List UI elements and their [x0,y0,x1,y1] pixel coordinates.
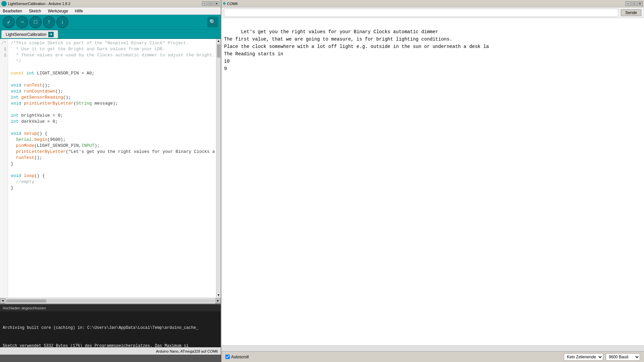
board-status: Arduino Nano, ATmega328 auf COM6 [156,349,218,353]
vertical-scrollbar[interactable]: ▲ ▼ [216,39,221,298]
arduino-icon [1,1,7,6]
open-button[interactable]: ↑ [43,16,55,28]
verify-button[interactable]: ✓ [3,16,15,28]
hscroll-right-button[interactable]: ► [215,298,221,304]
save-button[interactable]: ↓ [56,16,68,28]
console-content: Archiving built core (caching) in: C:\Us… [0,311,221,347]
menu-bar: Bearbeiten Sketch Werkzeuge Hilfe [0,7,221,15]
arduino-title: LightSensorCalibration - Arduino 1.8.2 [8,2,70,6]
autoscroll-checkbox[interactable] [225,355,230,359]
serial-status-bar: Autoscroll Kein ZeilenendeZeilenumbruchC… [221,351,644,362]
horizontal-scrollbar[interactable]: ◄ ► [0,298,221,304]
arduino-ide-panel: LightSensorCalibration - Arduino 1.8.2 −… [0,0,221,355]
menu-bearbeiten[interactable]: Bearbeiten [1,8,23,14]
upload-button[interactable]: → [16,16,28,28]
toolbar: ✓ → □ ↑ ↓ 🔍 [0,15,221,29]
arduino-window-controls: − □ ✕ [202,1,219,6]
serial-title-left: ⊕ COM6 [223,1,238,6]
main-layout: LightSensorCalibration - Arduino 1.8.2 −… [0,0,644,362]
serial-maximize-button[interactable]: □ [631,1,637,6]
serial-output: Let's get you the right values for your … [221,18,644,345]
tab-bar: LightSensorCalibration ▼ [0,29,221,39]
console-area: Hochladen abgeschlossen Archiving built … [0,304,221,347]
maximize-button[interactable]: □ [208,1,213,6]
arduino-title-left: LightSensorCalibration - Arduino 1.8.2 [1,1,70,6]
baud-rate-select[interactable]: 9600 Baud19200 Baud38400 Baud57600 Baud1… [606,353,640,361]
serial-icon: ⊕ [223,1,226,6]
code-editor[interactable]: /* § [0,39,221,298]
tab-label: LightSensorCalibration [6,32,46,37]
hscroll-track[interactable] [6,299,215,303]
arduino-titlebar: LightSensorCalibration - Arduino 1.8.2 −… [0,0,221,7]
menu-werkzeuge[interactable]: Werkzeuge [47,8,69,14]
console-header: Hochladen abgeschlossen [0,305,221,311]
serial-bottom-scrollbar[interactable] [221,345,644,351]
new-button[interactable]: □ [30,16,42,28]
console-status: Hochladen abgeschlossen [3,306,46,310]
serial-close-button[interactable]: ✕ [637,1,643,6]
console-line-2: Sketch verwendet 5332 Bytes (17%) des Pr… [3,343,218,347]
close-button[interactable]: ✕ [214,1,219,6]
serial-title: COM6 [227,2,238,6]
serial-monitor-panel: ⊕ COM6 − □ ✕ Sende Let's get you the rig… [221,0,644,362]
console-line-1: Archiving built core (caching) in: C:\Us… [3,325,218,331]
menu-sketch[interactable]: Sketch [28,8,43,14]
line-ending-select[interactable]: Kein ZeilenendeZeilenumbruchCarriage Ret… [564,353,603,361]
serial-window-controls: − □ ✕ [625,1,643,6]
status-bar: Arduino Nano, ATmega328 auf COM6 [0,347,221,355]
send-button[interactable]: Sende [621,9,641,16]
serial-input-field[interactable] [224,9,618,17]
tab-lightsensorcalibration[interactable]: LightSensorCalibration ▼ [1,30,58,38]
serial-titlebar: ⊕ COM6 − □ ✕ [221,0,644,7]
autoscroll-label[interactable]: Autoscroll [231,355,249,359]
scroll-thumb[interactable] [217,44,220,58]
hscroll-left-button[interactable]: ◄ [0,298,5,304]
serial-minimize-button[interactable]: − [625,1,631,6]
autoscroll-checkbox-container[interactable]: Autoscroll [225,355,249,359]
minimize-button[interactable]: − [202,1,207,6]
serial-input-bar: Sende [221,7,644,18]
serial-output-text: Let's get you the right values for your … [224,29,489,71]
serial-selects: Kein ZeilenendeZeilenumbruchCarriage Ret… [564,353,640,361]
search-button[interactable]: 🔍 [207,17,218,27]
code-text[interactable]: /*This simple Sketch is part of the "Neo… [8,39,216,298]
menu-hilfe[interactable]: Hilfe [73,8,84,14]
tab-dropdown-button[interactable]: ▼ [48,32,54,37]
line-numbers: /* § [0,39,8,298]
hscroll-thumb[interactable] [6,299,46,303]
